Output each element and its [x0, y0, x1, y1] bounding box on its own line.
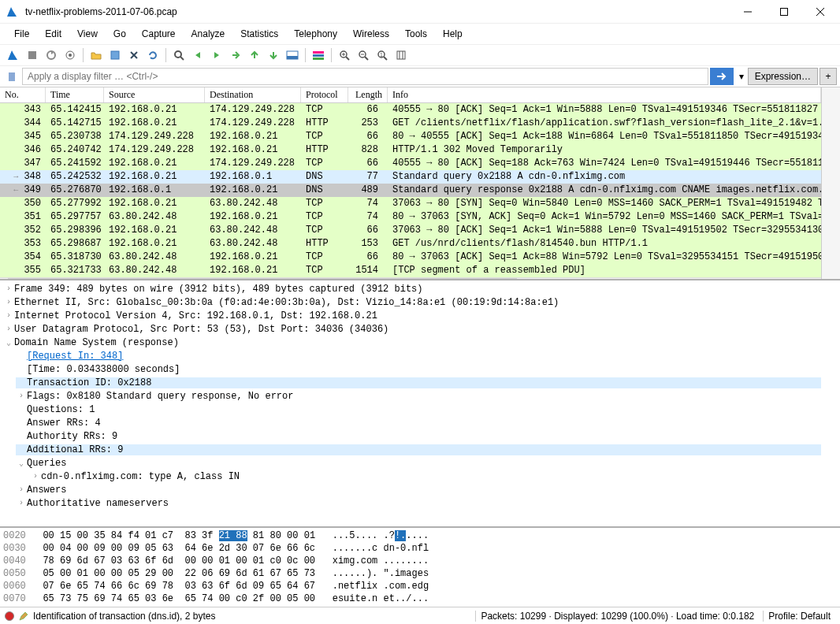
zoom-out-icon[interactable] [355, 46, 372, 64]
menu-telephony[interactable]: Telephony [286, 25, 345, 43]
col-source[interactable]: Source [104, 87, 205, 102]
capture-options-icon[interactable] [61, 46, 79, 64]
packet-row[interactable]: 35465.31873063.80.242.48192.168.0.21TCP6… [0, 251, 821, 264]
hex-row[interactable]: 0020 00 15 00 35 84 f4 01 c7 83 3f 21 88… [3, 529, 837, 542]
restart-capture-icon[interactable] [43, 46, 60, 64]
zoom-reset-icon[interactable]: 1 [374, 46, 391, 64]
hex-row[interactable]: 0070 65 73 75 69 74 65 03 6e 65 74 00 c0… [3, 592, 837, 605]
packet-row[interactable]: ← 34965.276870192.168.0.1192.168.0.21DNS… [0, 184, 821, 197]
svg-line-27 [384, 57, 387, 60]
packet-row[interactable]: 34465.142715192.168.0.21174.129.249.228H… [0, 117, 821, 130]
menu-go[interactable]: Go [106, 25, 134, 43]
go-to-packet-icon[interactable] [227, 46, 244, 64]
packet-row[interactable]: 34365.142415192.168.0.21174.129.249.228T… [0, 103, 821, 117]
menu-help[interactable]: Help [435, 25, 470, 43]
packet-list[interactable]: No. Time Source Destination Protocol Len… [0, 87, 821, 279]
auto-scroll-icon[interactable] [284, 46, 301, 64]
detail-authoritative[interactable]: ›Authoritative nameservers [0, 496, 840, 510]
add-filter-button[interactable]: + [820, 68, 837, 85]
col-time[interactable]: Time [46, 87, 104, 102]
detail-flags[interactable]: ›Flags: 0x8180 Standard query response, … [0, 389, 840, 403]
packet-row[interactable]: 34565.230738174.129.249.228192.168.0.21T… [0, 130, 821, 143]
detail-authority-rrs[interactable]: Authority RRs: 9 [0, 429, 840, 443]
start-capture-icon[interactable] [5, 46, 22, 64]
packet-row[interactable]: 35565.32173363.80.242.48192.168.0.21TCP1… [0, 264, 821, 277]
packet-bytes-pane[interactable]: 0020 00 15 00 35 84 f4 01 c7 83 3f 21 88… [0, 528, 840, 607]
close-file-icon[interactable] [125, 46, 143, 64]
packet-row[interactable]: 35065.277992192.168.0.2163.80.242.48TCP7… [0, 197, 821, 210]
detail-time[interactable]: [Time: 0.034338000 seconds] [0, 362, 840, 376]
col-protocol[interactable]: Protocol [301, 87, 348, 102]
toolbar: 1 [0, 44, 840, 66]
menu-edit[interactable]: Edit [37, 25, 69, 43]
packet-row[interactable]: → 34865.242532192.168.0.21192.168.0.1DNS… [0, 170, 821, 184]
expression-button[interactable]: Expression… [748, 68, 818, 85]
go-last-icon[interactable] [265, 46, 282, 64]
detail-ethernet[interactable]: ›Ethernet II, Src: Globalsc_00:3b:0a (f0… [0, 295, 840, 309]
detail-frame[interactable]: ›Frame 349: 489 bytes on wire (3912 bits… [0, 282, 840, 295]
packet-list-header[interactable]: No. Time Source Destination Protocol Len… [0, 87, 821, 103]
filter-dropdown-icon[interactable]: ▾ [737, 71, 746, 82]
expert-info-icon[interactable] [5, 611, 14, 621]
detail-query-item[interactable]: ›cdn-0.nflximg.com: type A, class IN [0, 470, 840, 483]
zoom-in-icon[interactable] [336, 46, 353, 64]
svg-rect-8 [111, 51, 119, 59]
stop-capture-icon[interactable] [24, 46, 41, 64]
detail-additional-rrs[interactable]: Additional RRs: 9 [0, 443, 840, 456]
window-title: tv-netflix-problems-2011-07-06.pcap [25, 6, 730, 17]
menu-wireless[interactable]: Wireless [345, 25, 397, 43]
svg-line-12 [180, 57, 184, 60]
svg-rect-31 [9, 72, 15, 81]
save-file-icon[interactable] [106, 46, 124, 64]
svg-rect-28 [397, 51, 405, 59]
packet-list-vscroll[interactable] [821, 87, 840, 279]
detail-request-in[interactable]: [Request In: 348] [0, 349, 840, 362]
detail-dns[interactable]: ⌄Domain Name System (response) [0, 336, 840, 349]
detail-udp[interactable]: ›User Datagram Protocol, Src Port: 53 (5… [0, 322, 840, 336]
packet-details-pane[interactable]: ›Frame 349: 489 bytes on wire (3912 bits… [0, 280, 840, 528]
detail-answer-rrs[interactable]: Answer RRs: 4 [0, 416, 840, 429]
colorize-icon[interactable] [310, 46, 327, 64]
menu-analyze[interactable]: Analyze [184, 25, 233, 43]
minimize-button[interactable] [730, 0, 766, 24]
detail-questions[interactable]: Questions: 1 [0, 403, 840, 416]
hex-row[interactable]: 0040 78 69 6d 67 03 63 6f 6d 00 00 01 00… [3, 555, 837, 567]
status-profile[interactable]: Profile: Default [763, 611, 835, 622]
menu-file[interactable]: File [6, 25, 37, 43]
packet-row[interactable]: 35165.29775763.80.242.48192.168.0.21TCP7… [0, 210, 821, 224]
find-packet-icon[interactable] [170, 46, 188, 64]
detail-transaction-id[interactable]: Transaction ID: 0x2188 [0, 376, 840, 389]
packet-row[interactable]: 35265.298396192.168.0.2163.80.242.48TCP6… [0, 224, 821, 237]
packet-row[interactable]: 34765.241592192.168.0.21174.129.249.228T… [0, 157, 821, 170]
menu-tools[interactable]: Tools [397, 25, 435, 43]
maximize-button[interactable] [766, 0, 802, 24]
col-info[interactable]: Info [388, 87, 821, 102]
menu-statistics[interactable]: Statistics [232, 25, 286, 43]
open-file-icon[interactable] [87, 46, 105, 64]
detail-answers[interactable]: ›Answers [0, 483, 840, 496]
detail-ip[interactable]: ›Internet Protocol Version 4, Src: 192.1… [0, 309, 840, 322]
resize-columns-icon[interactable] [392, 46, 410, 64]
detail-queries[interactable]: ⌄Queries [0, 456, 840, 470]
packet-list-hscroll[interactable] [0, 277, 821, 279]
apply-filter-button[interactable] [710, 68, 734, 85]
hex-row[interactable]: 0030 00 04 00 09 00 09 05 63 64 6e 2d 30… [3, 542, 837, 555]
col-no[interactable]: No. [0, 87, 46, 102]
edit-capture-icon[interactable] [18, 611, 29, 622]
packet-row[interactable]: 34665.240742174.129.249.228192.168.0.21H… [0, 143, 821, 157]
go-first-icon[interactable] [246, 46, 263, 64]
packet-row[interactable]: 35365.298687192.168.0.2163.80.242.48HTTP… [0, 237, 821, 251]
go-back-icon[interactable] [189, 46, 206, 64]
bookmark-filter-icon[interactable] [3, 68, 20, 85]
hex-row[interactable]: 0050 05 00 01 00 00 05 29 00 22 06 69 6d… [3, 567, 837, 580]
menu-capture[interactable]: Capture [134, 25, 184, 43]
col-destination[interactable]: Destination [205, 87, 301, 102]
hex-row[interactable]: 0060 07 6e 65 74 66 6c 69 78 03 63 6f 6d… [3, 580, 837, 592]
filter-bar: ▾ Expression… + [0, 66, 840, 87]
col-length[interactable]: Length [348, 87, 388, 102]
go-forward-icon[interactable] [208, 46, 225, 64]
reload-icon[interactable] [144, 46, 162, 64]
menu-view[interactable]: View [69, 25, 106, 43]
close-button[interactable] [802, 0, 838, 24]
display-filter-input[interactable] [22, 68, 708, 85]
